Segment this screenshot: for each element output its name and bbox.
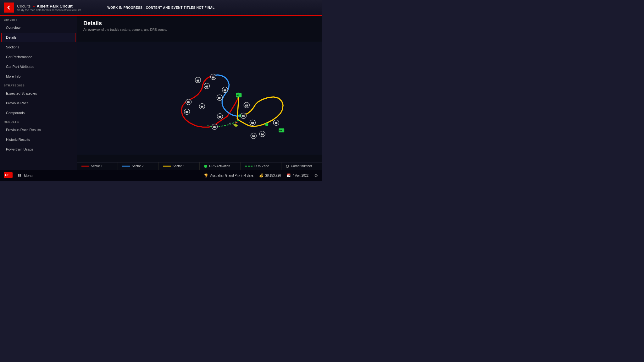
svg-rect-47 — [18, 175, 19, 177]
svg-text:10: 10 — [218, 97, 220, 99]
svg-text:12: 12 — [245, 104, 248, 107]
trophy-icon: 🏆 — [204, 173, 208, 178]
svg-rect-45 — [18, 174, 19, 175]
sector3-label: Sector 3 — [173, 164, 184, 168]
legend-drs-activation: DRS Activation — [200, 162, 241, 170]
wip-notice: WORK IN PROGRESS - CONTENT AND EVENT TIT… — [107, 6, 214, 9]
corner-number-label: Corner number — [291, 164, 312, 168]
svg-text:14: 14 — [261, 133, 264, 135]
svg-point-2 — [265, 123, 268, 126]
sector1-label: Sector 1 — [91, 164, 103, 168]
svg-rect-0 — [77, 42, 322, 155]
sidebar-item-powertrain-usage[interactable]: Powertrain Usage — [1, 145, 75, 154]
sidebar-item-expected-strategies[interactable]: Expected Strategies — [1, 89, 75, 98]
footer-date: 📅 4 Apr, 2022 — [286, 173, 308, 178]
page-title: Details — [83, 20, 316, 27]
back-button[interactable] — [4, 3, 14, 13]
svg-text:15: 15 — [251, 122, 254, 124]
settings-button[interactable]: ⚙ — [314, 173, 318, 178]
legend-sector3: Sector 3 — [159, 162, 200, 170]
sidebar-item-overview[interactable]: Overview — [1, 23, 75, 32]
breadcrumb: Circuits » Albert Park Circuit — [17, 4, 82, 8]
content-area: Details An overview of the track's secto… — [77, 16, 322, 170]
svg-text:11: 11 — [242, 115, 245, 117]
sidebar-item-sections[interactable]: Sections — [1, 42, 75, 52]
sidebar-item-car-part-attributes[interactable]: Car Part Attributes — [1, 62, 75, 71]
sector1-line — [81, 166, 89, 167]
footer-budget: 💰 $8,153,726 — [259, 173, 281, 178]
legend-corner-number: Corner number — [281, 162, 322, 170]
sidebar-item-car-performance[interactable]: Car Performance — [1, 52, 75, 62]
sidebar-section-results: RESULTS — [0, 118, 77, 125]
legend-sector2: Sector 2 — [118, 162, 159, 170]
sidebar-item-compounds[interactable]: Compounds — [1, 108, 75, 118]
drs-zone-line — [245, 166, 253, 167]
svg-text:13: 13 — [275, 122, 277, 124]
footer: F1 Menu 🏆 Australian Grand Prix in 4 day… — [0, 170, 322, 181]
svg-text:03: 03 — [186, 111, 188, 113]
svg-text:06: 06 — [197, 80, 199, 82]
sidebar-item-previous-race[interactable]: Previous Race — [1, 98, 75, 108]
svg-text:02: 02 — [219, 116, 221, 118]
svg-text:08: 08 — [212, 76, 214, 79]
sidebar-section-circuit: CIRCUIT — [0, 16, 77, 23]
svg-text:09: 09 — [224, 89, 226, 91]
menu-label: Menu — [24, 174, 33, 178]
legend-sector1: Sector 1 — [77, 162, 118, 170]
footer-event: 🏆 Australian Grand Prix in 4 days — [204, 173, 253, 178]
money-icon: 💰 — [259, 173, 264, 178]
svg-text:07: 07 — [205, 85, 208, 88]
drs-zone-label: DRS Zone — [254, 164, 269, 168]
footer-info: 🏆 Australian Grand Prix in 4 days 💰 $8,1… — [204, 173, 318, 178]
date-label: 4 Apr, 2022 — [292, 174, 308, 177]
sidebar: CIRCUIT Overview Details Sections Car Pe… — [0, 16, 77, 170]
header: Circuits » Albert Park Circuit Study the… — [0, 0, 322, 16]
sidebar-section-strategies: STRATEGIES — [0, 81, 77, 88]
svg-text:01: 01 — [236, 94, 239, 97]
svg-rect-46 — [19, 174, 21, 175]
main-layout: CIRCUIT Overview Details Sections Car Pe… — [0, 16, 322, 170]
track-svg: ⌘ 01 02 01 02 03 — [77, 34, 322, 162]
svg-rect-48 — [19, 175, 21, 177]
event-label: Australian Grand Prix in 4 days — [210, 174, 253, 177]
content-header: Details An overview of the track's secto… — [77, 16, 322, 34]
sidebar-item-more-info[interactable]: More Info — [1, 72, 75, 81]
svg-text:05: 05 — [187, 101, 190, 103]
track-map: ⌘ 01 02 01 02 03 — [77, 34, 322, 162]
calendar-icon: 📅 — [286, 173, 291, 178]
legend-drs-zone: DRS Zone — [241, 162, 281, 170]
svg-text:04: 04 — [201, 106, 203, 108]
svg-text:16: 16 — [252, 135, 255, 137]
f1-logo: F1 — [4, 172, 13, 179]
page-subtitle: An overview of the track's sectors, corn… — [83, 28, 316, 31]
menu-button[interactable]: Menu — [18, 173, 33, 178]
svg-text:F1: F1 — [5, 173, 9, 177]
sector3-line — [163, 166, 171, 167]
svg-text:01: 01 — [213, 126, 216, 128]
drs-activation-dot — [204, 165, 207, 168]
breadcrumb-parent[interactable]: Circuits — [17, 4, 31, 8]
budget-label: $8,153,726 — [265, 174, 281, 177]
sector2-label: Sector 2 — [132, 164, 143, 168]
sidebar-item-historic-results[interactable]: Historic Results — [1, 135, 75, 144]
header-title-area: Circuits » Albert Park Circuit Study the… — [17, 4, 82, 12]
breadcrumb-separator: » — [32, 4, 35, 8]
sidebar-item-details[interactable]: Details — [1, 33, 75, 42]
svg-text:⛳: ⛳ — [233, 122, 238, 127]
svg-text:02: 02 — [279, 129, 282, 132]
corner-number-dot — [286, 165, 289, 168]
breadcrumb-current: Albert Park Circuit — [37, 4, 73, 8]
menu-grid-icon — [18, 173, 22, 178]
header-subtitle: Study the race data for this season's of… — [17, 8, 82, 12]
sidebar-item-previous-race-results[interactable]: Previous Race Results — [1, 125, 75, 134]
svg-text:«: « — [229, 121, 231, 125]
drs-activation-label: DRS Activation — [209, 164, 230, 168]
sector2-line — [122, 166, 130, 167]
legend: Sector 1 Sector 2 Sector 3 DRS Activatio… — [77, 162, 322, 170]
